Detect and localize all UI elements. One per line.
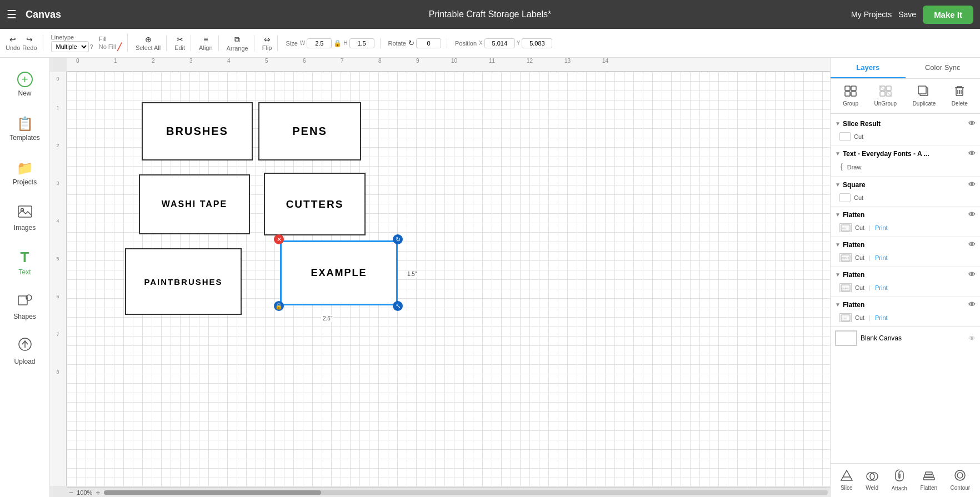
layer-header-text-everyday[interactable]: ▼ Text - Everyday Fonts - A ... 👁 xyxy=(831,147,980,160)
sidebar-item-upload[interactable]: Upload xyxy=(3,329,47,373)
sidebar-item-shapes[interactable]: Shapes xyxy=(3,284,47,329)
zoom-out-button[interactable]: − xyxy=(69,488,73,497)
attach-label: Attach xyxy=(892,485,907,491)
ungroup-icon xyxy=(879,86,892,99)
svg-point-37 xyxy=(957,473,963,478)
flip-label[interactable]: Flip xyxy=(262,44,272,51)
arrange-label[interactable]: Arrange xyxy=(227,45,248,52)
align-label[interactable]: Align xyxy=(199,44,212,51)
upload-label: Upload xyxy=(14,358,35,365)
handle-delete[interactable]: ✕ xyxy=(274,234,284,244)
handle-resize[interactable]: ⤡ xyxy=(393,301,403,311)
label-washi[interactable]: WASHI TAPE xyxy=(139,174,250,234)
sidebar-item-projects[interactable]: 📁 Projects xyxy=(3,151,47,195)
square-cut-row: Cut xyxy=(831,191,980,204)
duplicate-button[interactable]: Duplicate xyxy=(908,83,941,109)
layer-header-flatten4[interactable]: ▼ Flatten 👁 xyxy=(831,298,980,311)
text-everyday-caret: ▼ xyxy=(835,150,841,157)
edit-label[interactable]: Edit xyxy=(174,44,185,51)
flatten3-print-label[interactable]: Print xyxy=(875,284,888,291)
group-button[interactable]: Group xyxy=(838,83,863,109)
sidebar-item-images[interactable]: Images xyxy=(3,195,47,240)
slice-result-eye[interactable]: 👁 xyxy=(968,119,976,128)
slice-button[interactable]: Slice xyxy=(837,468,856,493)
flatten1-pipe: | xyxy=(869,224,871,231)
projects-label: Projects xyxy=(13,178,37,186)
flatten1-eye[interactable]: 👁 xyxy=(968,210,976,219)
layer-header-flatten3[interactable]: ▼ Flatten 👁 xyxy=(831,268,980,281)
tab-colorsync[interactable]: Color Sync xyxy=(906,58,981,78)
top-right-actions: My Projects Save Make It xyxy=(851,6,973,24)
hamburger-menu[interactable]: ☰ xyxy=(7,8,17,21)
size-w-label: W xyxy=(300,40,305,46)
layer-header-left-flatten3: ▼ Flatten xyxy=(835,271,864,279)
tab-layers[interactable]: Layers xyxy=(831,58,906,78)
select-all-icon: ⊕ xyxy=(145,35,152,44)
size-width-input[interactable] xyxy=(307,38,332,48)
layer-section-flatten3: ▼ Flatten 👁 WTAPE Cut | Print xyxy=(831,268,980,294)
pos-y-label: Y xyxy=(517,40,521,46)
linetype-label: Linetype xyxy=(51,34,93,41)
flatten-button[interactable]: Flatten xyxy=(917,468,941,493)
flatten4-caret: ▼ xyxy=(835,302,841,308)
duplicate-icon xyxy=(918,86,930,99)
handle-rotate[interactable]: ↻ xyxy=(393,234,403,244)
sidebar-item-text[interactable]: T Text xyxy=(3,240,47,284)
label-cutters[interactable]: CUTTERS xyxy=(264,173,366,235)
label-paintbrushes[interactable]: PAINTBRUSHES xyxy=(125,248,242,315)
makeit-button[interactable]: Make It xyxy=(923,6,973,24)
attach-button[interactable]: Attach xyxy=(888,467,911,494)
panel-tabs: Layers Color Sync xyxy=(831,58,980,79)
lock-icon[interactable]: 🔒 xyxy=(333,39,342,47)
svg-rect-7 xyxy=(851,86,856,91)
my-projects-link[interactable]: My Projects xyxy=(851,10,892,19)
slice-result-label: Slice Result xyxy=(843,120,881,128)
sidebar-item-templates[interactable]: 📋 Templates xyxy=(3,107,47,151)
canvas-area[interactable]: 0 1 2 3 4 5 6 7 8 9 10 11 12 13 14 0 1 xyxy=(50,58,830,497)
blank-canvas-eye[interactable]: 👁 xyxy=(968,334,976,343)
select-all-label[interactable]: Select All xyxy=(136,44,161,51)
canvas-grid[interactable]: BRUSHES PENS WASHI TAPE CUTTERS PAINTBRU… xyxy=(67,72,830,486)
slice-label: Slice xyxy=(841,485,853,491)
rotate-group: Rotate ↻ xyxy=(388,38,447,48)
square-eye[interactable]: 👁 xyxy=(968,180,976,189)
label-cutters-text: CUTTERS xyxy=(286,198,344,210)
label-brushes[interactable]: BRUSHES xyxy=(142,102,253,160)
flatten4-eye[interactable]: 👁 xyxy=(968,300,976,309)
contour-button[interactable]: Contour xyxy=(947,468,974,493)
panel-bottom-toolbar: Slice Weld Attach Flatten xyxy=(831,463,980,497)
delete-button[interactable]: Delete xyxy=(947,83,972,109)
zoom-in-button[interactable]: + xyxy=(96,488,100,497)
canvas-scrollbar-track[interactable] xyxy=(104,490,828,495)
slice-result-cut-row: Cut xyxy=(831,130,980,143)
weld-button[interactable]: Weld xyxy=(862,468,882,493)
handle-lock[interactable]: 🔒 xyxy=(274,301,284,311)
ruler-horizontal: 0 1 2 3 4 5 6 7 8 9 10 11 12 13 14 xyxy=(67,58,830,72)
layer-header-flatten2[interactable]: ▼ Flatten 👁 xyxy=(831,238,980,251)
square-label: Square xyxy=(843,181,866,189)
duplicate-label: Duplicate xyxy=(913,101,936,107)
layer-header-flatten1[interactable]: ▼ Flatten 👁 xyxy=(831,208,980,221)
blank-canvas-swatch xyxy=(835,330,857,346)
position-y-input[interactable] xyxy=(522,38,552,48)
flatten2-row: PENS Cut | Print xyxy=(831,251,980,264)
size-height-input[interactable] xyxy=(349,38,374,48)
text-everyday-eye[interactable]: 👁 xyxy=(968,149,976,158)
linetype-select[interactable]: Multiple xyxy=(51,41,89,52)
layer-header-slice-result[interactable]: ▼ Slice Result 👁 xyxy=(831,117,980,130)
label-pens[interactable]: PENS xyxy=(258,102,361,160)
save-button[interactable]: Save xyxy=(898,10,916,19)
position-x-input[interactable] xyxy=(484,38,515,48)
flatten2-print-label[interactable]: Print xyxy=(875,254,888,261)
layer-header-square[interactable]: ▼ Square 👁 xyxy=(831,178,980,191)
sidebar-item-new[interactable]: + New xyxy=(3,62,47,107)
flatten3-eye[interactable]: 👁 xyxy=(968,270,976,279)
rotate-input[interactable] xyxy=(416,38,441,48)
ungroup-button[interactable]: UnGroup xyxy=(870,83,902,109)
flatten1-print-label[interactable]: Print xyxy=(875,224,888,231)
flatten2-eye[interactable]: 👁 xyxy=(968,240,976,249)
label-example[interactable]: EXAMPLE xyxy=(281,241,397,305)
flatten4-print-label[interactable]: Print xyxy=(875,314,888,321)
linetype-help[interactable]: ? xyxy=(90,43,93,50)
layer-header-left-text: ▼ Text - Everyday Fonts - A ... xyxy=(835,150,929,158)
